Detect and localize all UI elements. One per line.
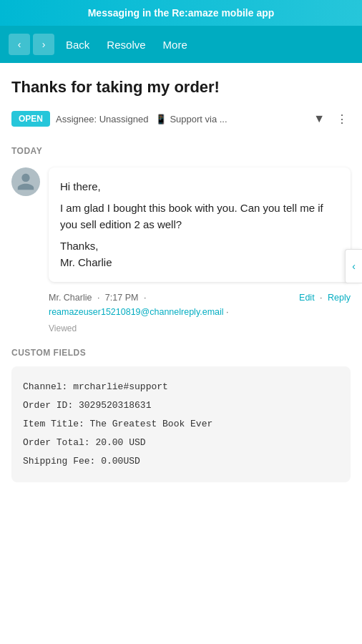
custom-fields-label: CUSTOM FIELDS xyxy=(11,348,351,358)
message-signoff: Thanks, Mr. Charlie xyxy=(60,238,339,270)
status-bar: OPEN Assignee: Unassigned 📱 Support via … xyxy=(11,109,351,129)
edit-button[interactable]: Edit xyxy=(299,293,315,303)
message-time: 7:17 PM xyxy=(105,291,139,305)
arrow-right-icon: › xyxy=(42,39,46,50)
custom-fields-box: Channel: mrcharlie#support Order ID: 302… xyxy=(11,366,351,482)
custom-field-item-title: Item Title: The Greatest Book Ever xyxy=(23,415,339,434)
message-email: reamazeuser15210819@channelreply.email · xyxy=(49,305,351,319)
collapse-panel-button[interactable]: ‹ xyxy=(345,249,362,283)
arrow-left-icon: ‹ xyxy=(18,39,21,50)
meta-actions: Edit · Reply xyxy=(299,291,351,305)
reply-button[interactable]: Reply xyxy=(328,293,351,303)
custom-field-shipping-fee: Shipping Fee: 0.00USD xyxy=(23,452,339,471)
nav-arrows: ‹ › xyxy=(9,34,54,55)
channel-icon: 📱 xyxy=(155,114,167,125)
header-bar: ‹ › Back Resolve More xyxy=(0,26,362,63)
filter-button[interactable]: ▼ xyxy=(310,109,328,128)
resolve-button[interactable]: Resolve xyxy=(101,36,151,54)
filter-icon: ▼ xyxy=(313,112,325,125)
custom-field-channel: Channel: mrcharlie#support xyxy=(23,378,339,396)
sender-name-label: Mr. Charlie xyxy=(49,291,92,305)
message-body: I am glad I bought this book with you. C… xyxy=(60,200,339,233)
assignee-info: Assignee: Unassigned 📱 Support via ... xyxy=(56,114,305,125)
options-button[interactable]: ⋮ xyxy=(333,109,351,129)
notification-banner: Messaging in the Re:amaze mobile app xyxy=(0,0,362,26)
message-bubble: Hi there, I am glad I bought this book w… xyxy=(49,167,351,283)
prev-button[interactable]: ‹ xyxy=(9,34,30,55)
back-button[interactable]: Back xyxy=(60,36,95,54)
custom-field-order-id: Order ID: 3029520318631 xyxy=(23,396,339,415)
more-dots-icon: ⋮ xyxy=(336,113,348,125)
chevron-left-icon: ‹ xyxy=(352,260,356,272)
avatar xyxy=(11,167,40,196)
next-button[interactable]: › xyxy=(33,34,54,55)
status-badge: OPEN xyxy=(11,111,50,127)
conversation-title: Thanks for taking my order! xyxy=(11,77,351,98)
message-meta: Mr. Charlie · 7:17 PM · Edit · Reply rea… xyxy=(11,291,351,319)
viewed-label: Viewed xyxy=(11,323,351,333)
message-area: Hi there, I am glad I bought this book w… xyxy=(11,167,351,283)
today-label: TODAY xyxy=(11,146,351,156)
main-content: Thanks for taking my order! OPEN Assigne… xyxy=(0,63,362,494)
more-button[interactable]: More xyxy=(157,36,193,54)
meta-row: Mr. Charlie · 7:17 PM · Edit · Reply xyxy=(49,291,351,305)
custom-field-order-total: Order Total: 20.00 USD xyxy=(23,434,339,452)
message-greeting: Hi there, xyxy=(60,179,339,195)
user-avatar-icon xyxy=(16,172,36,192)
